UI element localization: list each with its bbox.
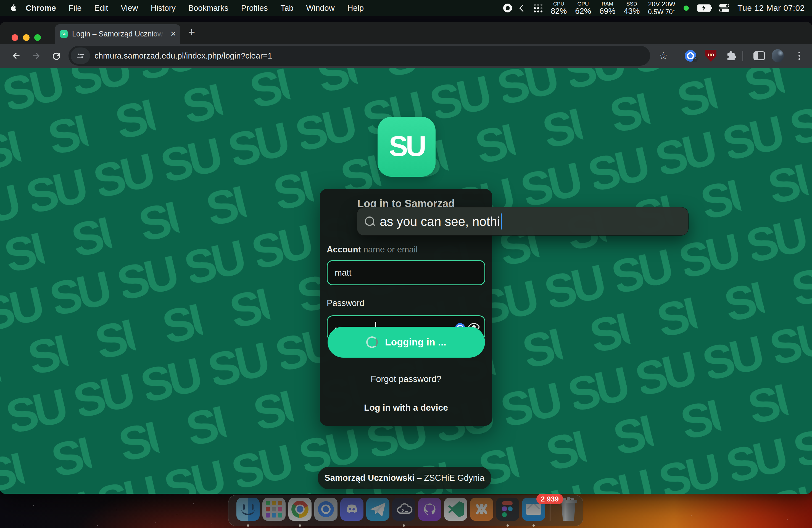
desktop: Chrome File Edit View History Bookmarks …: [0, 0, 812, 528]
running-indicator-finder: [247, 524, 249, 527]
menu-bar-left: Chrome File Edit View History Bookmarks …: [0, 4, 370, 13]
onepassword-extension-icon[interactable]: [684, 50, 697, 62]
text-caret: [501, 214, 502, 230]
search-overlay[interactable]: as you can see, nothi: [357, 207, 688, 236]
menu-app-name[interactable]: Chrome: [19, 4, 62, 13]
dock-divider: [550, 500, 550, 521]
menu-item-tab[interactable]: Tab: [274, 4, 300, 13]
menu-bar-clock[interactable]: Tue 12 Mar 07:02: [737, 3, 805, 13]
lock-icon: [693, 59, 697, 62]
running-indicator-chrome: [299, 524, 301, 527]
profile-avatar[interactable]: [772, 50, 784, 62]
browser-window: SU Login – Samorząd Uczniowsk × + chmu: [0, 22, 812, 494]
browser-toolbar: chmura.samorzad.edu.pl/index.php/login?c…: [0, 44, 812, 68]
power-stats[interactable]: 20V 20W0.5W 70°: [648, 1, 675, 15]
menu-item-profiles[interactable]: Profiles: [235, 4, 274, 13]
account-input[interactable]: matt: [327, 260, 485, 285]
login-submit-button[interactable]: Logging in ...: [328, 327, 485, 357]
apple-menu-icon[interactable]: [10, 4, 17, 12]
screen-record-icon[interactable]: [503, 4, 512, 12]
menu-item-edit[interactable]: Edit: [88, 4, 114, 13]
back-button[interactable]: [10, 50, 22, 62]
tab-title-fade: [152, 24, 164, 44]
control-center-icon[interactable]: [719, 4, 729, 12]
forgot-password-link[interactable]: Forgot password?: [320, 374, 492, 384]
close-window-button[interactable]: [12, 34, 18, 41]
status-green-dot-icon[interactable]: [684, 5, 689, 11]
menu-item-view[interactable]: View: [114, 4, 144, 13]
minimize-window-button[interactable]: [23, 34, 30, 41]
charging-bolt-icon: [701, 5, 706, 11]
tab-title: Login – Samorząd Uczniowsk: [72, 24, 163, 44]
browser-menu-icon[interactable]: [793, 50, 806, 62]
account-label: Account name or email: [327, 245, 418, 254]
menu-item-bookmarks[interactable]: Bookmarks: [182, 4, 235, 13]
login-with-device-link[interactable]: Log in with a device: [320, 402, 492, 413]
search-input-text[interactable]: as you can see, nothi: [380, 214, 500, 229]
loading-spinner-icon: [366, 336, 378, 348]
menu-item-file[interactable]: File: [62, 4, 88, 13]
stat-ssd[interactable]: SSD43%: [624, 1, 640, 15]
menu-item-window[interactable]: Window: [300, 4, 341, 13]
browser-tab[interactable]: SU Login – Samorząd Uczniowsk ×: [55, 24, 180, 44]
footer-badge: Samorząd Uczniowski – ZSCHiE Gdynia: [318, 467, 491, 489]
menu-item-history[interactable]: History: [144, 4, 182, 13]
url-text[interactable]: chmura.samorzad.edu.pl/index.php/login?c…: [95, 46, 272, 66]
tab-close-icon[interactable]: ×: [170, 24, 176, 44]
samorzad-logo: SU: [378, 117, 436, 177]
chevron-left-icon[interactable]: [519, 4, 527, 12]
bookmark-star-icon[interactable]: ☆: [657, 50, 669, 62]
address-bar[interactable]: chmura.samorzad.edu.pl/index.php/login?c…: [69, 46, 650, 66]
battery-icon[interactable]: [697, 4, 711, 12]
menu-item-help[interactable]: Help: [341, 4, 371, 13]
tab-favicon: SU: [60, 30, 68, 38]
sidebar-toggle-icon[interactable]: [753, 50, 765, 62]
search-icon: [364, 216, 375, 227]
menu-bar: Chrome File Edit View History Bookmarks …: [0, 0, 812, 16]
stats-grid-icon[interactable]: [534, 4, 542, 12]
stat-ram[interactable]: RAM69%: [599, 1, 615, 15]
login-page: SU SU SU Log in to Samorząd as you can s…: [0, 68, 812, 494]
zoom-window-button[interactable]: [34, 34, 41, 41]
dock: [228, 495, 583, 526]
forward-button[interactable]: [30, 50, 43, 62]
tab-strip: SU Login – Samorząd Uczniowsk × +: [0, 22, 812, 44]
toolbar-divider: [742, 51, 743, 61]
ublock-extension-icon[interactable]: UO: [705, 50, 717, 62]
menu-bar-status: CPU82% GPU62% RAM69% SSD43% 20V 20W0.5W …: [503, 1, 812, 15]
site-info-icon[interactable]: [71, 47, 90, 64]
stat-gpu[interactable]: GPU62%: [575, 1, 591, 15]
running-indicator-figma: [507, 524, 509, 527]
running-indicator-cloud-terminal: [403, 524, 405, 527]
reload-button[interactable]: [50, 50, 62, 62]
running-indicator-mail: [533, 524, 535, 527]
stat-cpu[interactable]: CPU82%: [551, 1, 567, 15]
extensions-puzzle-icon[interactable]: [725, 50, 737, 62]
password-label: Password: [327, 298, 364, 308]
new-tab-button[interactable]: +: [184, 22, 200, 44]
